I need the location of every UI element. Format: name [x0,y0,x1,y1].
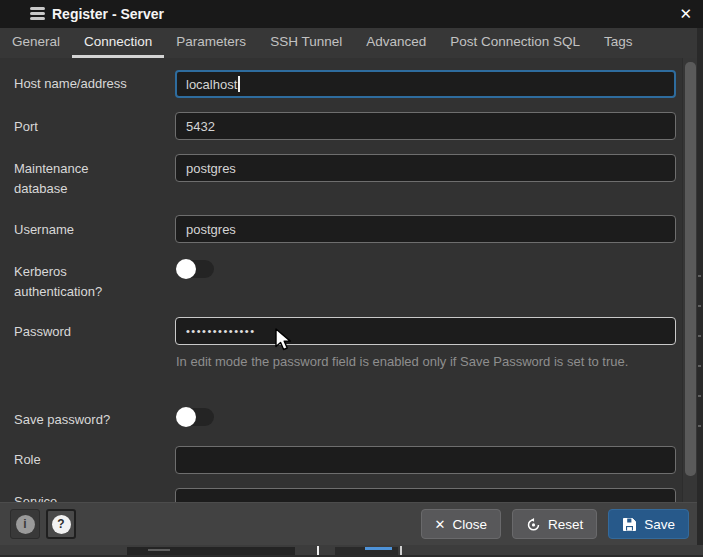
toggle-knob [176,259,196,279]
mouse-cursor [274,328,296,356]
close-button-label: Close [452,517,487,532]
tab-tags[interactable]: Tags [592,28,645,58]
reset-icon [526,517,541,532]
reset-button[interactable]: Reset [512,509,597,539]
register-server-dialog: Register - Server ✕ General Connection P… [0,0,703,557]
close-button[interactable]: ✕ Close [421,509,501,539]
close-icon: ✕ [435,518,446,531]
background-active-indicator [365,547,392,550]
info-icon: i [16,515,35,534]
host-input[interactable]: localhost [175,70,676,98]
scrollbar-track[interactable] [682,58,697,502]
background-window-edge [697,28,703,545]
kerberos-toggle[interactable] [176,259,216,279]
maintenance-db-label: Maintenance database [14,159,134,199]
kerberos-label: Kerberos authentication? [14,262,134,302]
sql-info-button[interactable]: i [10,509,40,539]
save-password-toggle[interactable] [176,407,216,427]
tab-parameters[interactable]: Parameters [164,28,258,58]
username-label: Username [14,220,134,240]
tab-post-connection-sql[interactable]: Post Connection SQL [438,28,592,58]
password-input[interactable]: ••••••••••••• [175,317,676,345]
window-title: Register - Server [52,0,164,28]
dialog-tabs: General Connection Parameters SSH Tunnel… [0,28,703,58]
help-icon: ? [52,515,71,534]
save-button-label: Save [644,517,675,532]
maintenance-db-value: postgres [186,161,236,176]
save-button[interactable]: Save [608,509,689,539]
tab-connection[interactable]: Connection [72,28,164,58]
background-text-fragment [148,549,170,551]
tab-general[interactable]: General [0,28,72,58]
username-input[interactable]: postgres [175,215,676,243]
maintenance-db-input[interactable]: postgres [175,154,676,182]
toggle-knob [176,407,196,427]
port-value: 5432 [186,119,215,134]
help-button[interactable]: ? [46,509,76,539]
host-value: localhost [186,77,237,92]
tab-ssh-tunnel[interactable]: SSH Tunnel [258,28,354,58]
host-label: Host name/address [14,74,134,94]
server-icon [30,7,45,21]
reset-button-label: Reset [548,517,583,532]
port-input[interactable]: 5432 [175,112,676,140]
tab-advanced[interactable]: Advanced [354,28,438,58]
role-input[interactable] [175,446,676,474]
username-value: postgres [186,222,236,237]
role-label: Role [14,450,134,470]
text-caret [238,76,240,92]
password-help-text: In edit mode the password field is enabl… [176,351,650,373]
title-bar: Register - Server ✕ [0,0,703,28]
save-icon [622,517,637,532]
save-password-label: Save password? [14,410,134,430]
password-masked-value: ••••••••••••• [186,325,256,337]
port-label: Port [14,117,134,137]
password-label: Password [14,322,134,342]
scrollbar-thumb[interactable] [685,62,696,476]
window-close-icon[interactable]: ✕ [679,0,692,28]
dialog-footer: i ? ✕ Close Reset [0,502,703,545]
background-window-strip [0,545,703,557]
